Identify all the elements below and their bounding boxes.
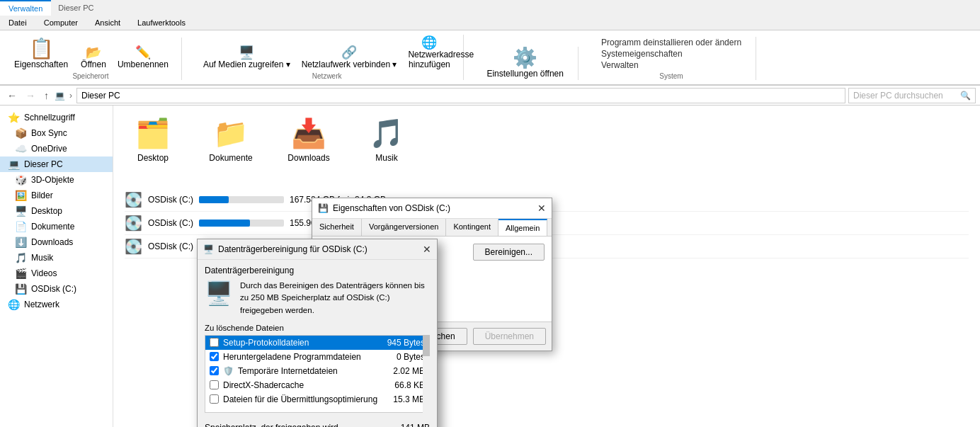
btn-eigenschaften[interactable]: 📋 Eigenschaften	[8, 38, 74, 71]
sidebar-label-bilder: Bilder	[31, 190, 53, 200]
cleanup-item-4-checkbox[interactable]	[210, 394, 219, 404]
btn-umbenennen[interactable]: ✏️ Umbenennen	[113, 45, 173, 71]
bereinigen-button[interactable]: Bereinigen...	[473, 244, 545, 261]
sidebar-item-schnellzugriff[interactable]: ⭐ Schnellzugriff	[0, 110, 113, 125]
bilder-icon: 🖼️	[14, 190, 27, 201]
cleanup-item-1[interactable]: Heruntergeladene Programmdateien 0 Bytes	[205, 350, 429, 364]
folder-musik[interactable]: 🎵 Musik	[358, 113, 415, 167]
search-box[interactable]: Dieser PC durchsuchen 🔍	[848, 88, 976, 103]
osdisk-tab-allgemein[interactable]: Allgemein	[498, 219, 547, 236]
address-text: Dieser PC	[81, 91, 120, 101]
sidebar: ⭐ Schnellzugriff 📦 Box Sync ☁️ OneDrive …	[0, 106, 113, 427]
cleanup-item-2[interactable]: 🛡️ Temporäre Internetdateien 2.02 MB	[205, 364, 429, 378]
osdisk-tab-sicherheit[interactable]: Sicherheit	[312, 219, 362, 236]
einstellungen-icon: ⚙️	[513, 48, 537, 68]
netzadresse-icon: 🌐	[421, 36, 437, 49]
folder-musik-label: Musik	[375, 153, 397, 163]
cleanup-main-section: Datenträgerbereinigung 🖥️ Durch das Bere…	[198, 260, 437, 419]
sidebar-item-onedrive[interactable]: ☁️ OneDrive	[0, 141, 113, 156]
sidebar-item-downloads[interactable]: ⬇️ Downloads	[0, 234, 113, 250]
cleanup-item-2-checkbox[interactable]	[210, 366, 219, 375]
sidebar-label-boxsync: Box Sync	[31, 128, 67, 138]
sidebar-item-dokumente[interactable]: 📄 Dokumente	[0, 219, 113, 234]
up-button[interactable]: ↑	[41, 89, 52, 102]
content-area: 🗂️ Desktop 📁 Dokumente 📥 Downloads 🎵 Mus…	[113, 106, 980, 427]
ribbon-group-einstellungen: ⚙️ Einstellungen öffnen	[478, 47, 579, 80]
onedrive-icon: ☁️	[14, 143, 27, 154]
tab-verwalten[interactable]: Verwalten	[0, 0, 51, 16]
sidebar-label-desktop: Desktop	[31, 206, 62, 216]
cleanup-item-0-checkbox[interactable]	[210, 338, 219, 347]
cleanup-item-1-checkbox[interactable]	[210, 352, 219, 361]
drive-2-label: OSDisk (C:)	[148, 218, 193, 228]
search-placeholder: Dieser PC durchsuchen	[853, 91, 943, 101]
forward-button[interactable]: →	[23, 89, 38, 102]
cleanup-item-0-label: Setup-Protokolldateien	[223, 338, 309, 348]
cleanup-header-icon: 🖥️	[205, 280, 233, 307]
address-path[interactable]: Dieser PC	[76, 88, 845, 103]
btn-medien-label: Auf Medien zugreifen ▾	[203, 59, 290, 69]
tab-context-label: Dieser PC	[51, 1, 101, 15]
tab-ansicht[interactable]: Ansicht	[86, 16, 129, 30]
boxsync-icon: 📦	[14, 127, 27, 139]
drive-1-label: OSDisk (C:)	[148, 195, 193, 205]
osdisk-uebernehmen-btn[interactable]: Übernehmen	[473, 328, 546, 345]
sidebar-item-osdisk[interactable]: 💾 OSDisk (C:)	[0, 281, 113, 297]
sidebar-label-netzwerk: Netzwerk	[24, 300, 59, 309]
folder-dokumente-label: Dokumente	[209, 153, 252, 163]
cleanup-close-button[interactable]: ✕	[423, 244, 431, 255]
btn-einstellungen-label: Einstellungen öffnen	[486, 69, 564, 79]
sidebar-item-3d[interactable]: 🎲 3D-Objekte	[0, 172, 113, 188]
cleanup-item-4[interactable]: Dateien für die Übermittlungsoptimierung…	[205, 392, 429, 406]
sidebar-item-boxsync[interactable]: 📦 Box Sync	[0, 125, 113, 141]
disk-cleanup-dialog: 🖥️ Datenträgerbereinigung für OSDisk (C:…	[197, 239, 438, 427]
folder-desktop[interactable]: 🗂️ Desktop	[125, 113, 181, 167]
tab-computer[interactable]: Computer	[35, 16, 86, 30]
btn-netzadresse[interactable]: 🌐 Netzwerkadresse hinzufügen	[404, 35, 455, 71]
sidebar-label-osdisk: OSDisk (C:)	[31, 284, 76, 294]
sidebar-item-bilder[interactable]: 🖼️ Bilder	[0, 188, 113, 203]
cleanup-scrollbar[interactable]	[423, 335, 430, 413]
cleanup-item-4-label: Dateien für die Übermittlungsoptimierung	[223, 394, 377, 404]
osdisk-title-text: Eigenschaften von OSDisk (C:)	[333, 203, 450, 213]
cleanup-item-2-icon: 🛡️	[223, 366, 234, 376]
osdisk-title-icon: 💾	[318, 203, 329, 213]
folder-desktop-label: Desktop	[137, 153, 169, 163]
cleanup-header: 🖥️ Durch das Bereinigen des Datenträgers…	[205, 280, 430, 317]
system-label: System	[659, 72, 683, 80]
btn-umbenennen-label: Umbenennen	[118, 59, 169, 69]
btn-einstellungen[interactable]: ⚙️ Einstellungen öffnen	[481, 47, 569, 80]
cleanup-item-3-checkbox[interactable]	[210, 380, 219, 389]
osdisk-tab-kontingent[interactable]: Kontingent	[446, 219, 498, 236]
osdisk-close-button[interactable]: ✕	[537, 203, 546, 214]
btn-medien[interactable]: 🖥️ Auf Medien zugreifen ▾	[199, 45, 295, 71]
sidebar-label-schnellzugriff: Schnellzugriff	[24, 113, 75, 123]
drive-3-label: OSDisk (C:)	[148, 241, 193, 251]
link-programm[interactable]: Programm deinstallieren oder ändern	[601, 37, 741, 48]
folder-downloads[interactable]: 📥 Downloads	[280, 113, 337, 167]
btn-netzadresse-label: Netzwerkadresse hinzufügen	[408, 50, 450, 69]
cleanup-section-label: Datenträgerbereinigung	[205, 266, 430, 275]
cleanup-item-3[interactable]: DirectX-Shadercache 66.8 KB	[205, 378, 429, 392]
osdisk-tabs: Sicherheit Vorgängerversionen Kontingent…	[312, 219, 552, 237]
tab-datei[interactable]: Datei	[0, 16, 35, 30]
sidebar-item-musik[interactable]: 🎵 Musik	[0, 250, 113, 266]
link-systemeigenschaften[interactable]: Systemeigenschaften	[601, 48, 741, 59]
sidebar-item-videos[interactable]: 🎬 Videos	[0, 266, 113, 281]
sidebar-label-dieserpc: Dieser PC	[24, 159, 63, 169]
folder-desktop-icon: 🗂️	[135, 117, 171, 150]
address-bar: ← → ↑ 💻 › Dieser PC Dieser PC durchsuche…	[0, 86, 980, 106]
cleanup-item-0[interactable]: Setup-Protokolldateien 945 Bytes	[205, 336, 429, 350]
btn-oeffnen[interactable]: 📂 Öffnen	[76, 45, 110, 71]
btn-netzlaufwerk[interactable]: 🔗 Netzlaufwerk verbinden ▾	[297, 45, 401, 71]
link-verwalten[interactable]: Verwalten	[601, 59, 741, 71]
tab-laufwerktools[interactable]: Laufwerktools	[129, 16, 194, 30]
osdisk-tab-vorgaenger[interactable]: Vorgängerversionen	[362, 219, 446, 236]
back-button[interactable]: ←	[4, 89, 20, 102]
sidebar-item-netzwerk[interactable]: 🌐 Netzwerk	[0, 297, 113, 312]
sidebar-item-dieserpc[interactable]: 💻 Dieser PC	[0, 156, 113, 172]
cleanup-item-2-size: 2.02 MB	[393, 366, 425, 376]
folder-dokumente[interactable]: 📁 Dokumente	[203, 113, 259, 167]
sidebar-item-desktop[interactable]: 🖥️ Desktop	[0, 203, 113, 219]
sidebar-label-musik: Musik	[31, 253, 53, 263]
